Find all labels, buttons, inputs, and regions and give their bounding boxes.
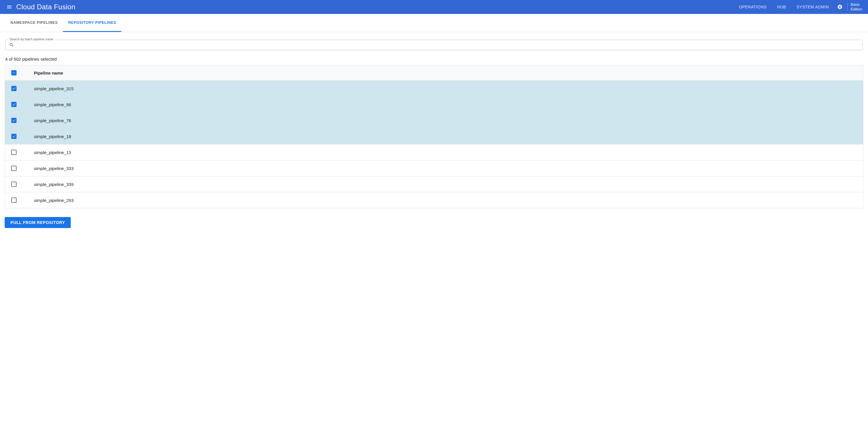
table-row[interactable]: simple_pipeline_333 — [5, 160, 863, 176]
nav-system-admin[interactable]: SYSTEM ADMIN — [791, 0, 834, 14]
edition-label: Basic Edition — [850, 2, 865, 11]
pipeline-name: simple_pipeline_293 — [34, 198, 863, 203]
settings-button[interactable] — [834, 1, 846, 13]
table-row[interactable]: simple_pipeline_76 — [5, 113, 863, 128]
table-row[interactable]: simple_pipeline_13 — [5, 145, 863, 160]
row-checkbox[interactable] — [11, 134, 17, 139]
selection-status: 4 of 502 pipelines selected — [0, 54, 868, 65]
hamburger-icon — [6, 4, 12, 10]
row-checkbox[interactable] — [11, 182, 17, 187]
search-icon — [9, 42, 14, 48]
app-header: Cloud Data Fusion OPERATIONS HUB SYSTEM … — [0, 0, 868, 14]
table-row[interactable]: simple_pipeline_293 — [5, 193, 863, 208]
table-row[interactable]: simple_pipeline_86 — [5, 97, 863, 113]
tabs-bar: NAMESPACE PIPELINES REPOSITORY PIPELINES — [0, 14, 868, 32]
edition-line1: Basic — [850, 2, 862, 7]
header-checkbox-cell — [5, 70, 34, 76]
search-float-label: Search by batch pipeline name — [8, 37, 55, 41]
row-checkbox[interactable] — [11, 118, 17, 123]
pipeline-name: simple_pipeline_76 — [34, 118, 863, 123]
indeterminate-icon — [12, 71, 16, 75]
check-icon — [12, 86, 16, 90]
row-checkbox[interactable] — [11, 150, 17, 155]
tab-namespace-pipelines[interactable]: NAMESPACE PIPELINES — [5, 14, 63, 32]
search-input[interactable] — [17, 42, 859, 47]
select-all-checkbox[interactable] — [11, 70, 17, 76]
pipeline-name: simple_pipeline_333 — [34, 166, 863, 171]
nav-operations[interactable]: OPERATIONS — [734, 0, 772, 14]
header-divider — [847, 3, 848, 11]
pipelines-table: Pipeline name simple_pipeline_315 simple… — [5, 65, 863, 208]
footer: PULL FROM REPOSITORY — [0, 208, 868, 234]
edition-line2: Edition — [850, 7, 862, 11]
table-header: Pipeline name — [5, 65, 863, 81]
pull-from-repository-button[interactable]: PULL FROM REPOSITORY — [5, 217, 71, 228]
app-title: Cloud Data Fusion — [16, 3, 75, 11]
check-icon — [12, 102, 16, 107]
row-checkbox[interactable] — [11, 102, 17, 107]
table-row[interactable]: simple_pipeline_18 — [5, 128, 863, 145]
pipeline-name: simple_pipeline_339 — [34, 182, 863, 187]
menu-button[interactable] — [3, 1, 15, 13]
check-icon — [12, 134, 16, 138]
gear-icon — [837, 4, 843, 10]
row-checkbox[interactable] — [11, 86, 17, 91]
table-row[interactable]: simple_pipeline_315 — [5, 81, 863, 97]
search-field-wrap: Search by batch pipeline name — [5, 40, 863, 50]
pipeline-name: simple_pipeline_13 — [34, 150, 863, 155]
table-row[interactable]: simple_pipeline_339 — [5, 176, 863, 193]
pipeline-name: simple_pipeline_315 — [34, 86, 863, 91]
pipeline-name: simple_pipeline_86 — [34, 102, 863, 107]
search-section: Search by batch pipeline name — [0, 32, 868, 54]
row-checkbox[interactable] — [11, 166, 17, 171]
row-checkbox[interactable] — [11, 198, 17, 203]
pipeline-name: simple_pipeline_18 — [34, 134, 863, 139]
nav-hub[interactable]: HUB — [772, 0, 791, 14]
column-header-name: Pipeline name — [34, 70, 863, 76]
tab-repository-pipelines[interactable]: REPOSITORY PIPELINES — [63, 14, 122, 32]
check-icon — [12, 118, 16, 122]
